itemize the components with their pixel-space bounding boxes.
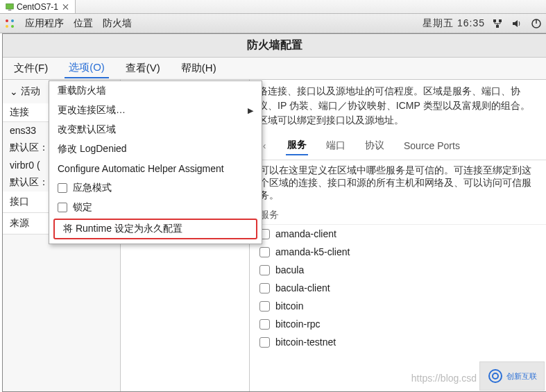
menu-change-default-zone[interactable]: 改变默认区域 — [49, 120, 262, 139]
services-column-header: 服务 — [250, 206, 546, 225]
services-list: amanda-clientamanda-k5-clientbaculabacul… — [250, 225, 546, 351]
svg-rect-0 — [6, 3, 14, 9]
topbar-places[interactable]: 位置 — [74, 17, 93, 30]
active-bindings-label: 活动 — [21, 85, 40, 98]
vm-tab-strip: CentOS7-1 — [0, 0, 546, 14]
service-label: bitcoin-rpc — [275, 318, 321, 330]
checkbox-icon[interactable] — [259, 337, 270, 348]
watermark: https://blog.csd — [411, 373, 477, 384]
menu-panic-label: 应急模式 — [73, 182, 112, 194]
service-label: amanda-client — [275, 228, 336, 239]
menu-panic-mode[interactable]: 应急模式 — [49, 178, 262, 198]
applications-icon[interactable] — [4, 18, 15, 29]
checkbox-icon[interactable] — [259, 247, 270, 257]
svg-point-2 — [6, 19, 8, 22]
service-label: amanda-k5-client — [275, 246, 350, 257]
vm-tab-label: CentOS7-1 — [17, 2, 58, 12]
service-row[interactable]: bitcoin — [250, 297, 546, 315]
checkbox-icon[interactable] — [259, 265, 270, 275]
menu-view[interactable]: 查看(V) — [121, 59, 164, 78]
menu-reload-firewall[interactable]: 重载防火墙 — [49, 81, 262, 101]
service-label: bacula — [275, 264, 304, 275]
checkbox-icon — [58, 203, 67, 212]
menu-help[interactable]: 帮助(H) — [177, 59, 221, 78]
menu-options[interactable]: 选项(O) — [65, 58, 109, 78]
svg-rect-7 — [499, 19, 502, 22]
zone-detail: 络连接、接口以及源地址的可信程度。区域是服务、端口、协议、IP 伪装、端口／协议… — [250, 80, 546, 391]
menu-lockdown[interactable]: 锁定 — [49, 198, 262, 217]
svg-rect-8 — [496, 25, 499, 28]
svg-point-3 — [11, 19, 14, 22]
tab-source-ports[interactable]: Source Ports — [402, 137, 461, 154]
checkbox-icon[interactable] — [259, 319, 270, 330]
topbar-clock: 星期五 16:35 — [423, 17, 485, 30]
vm-icon — [6, 3, 14, 11]
vm-tab-centos[interactable]: CentOS7-1 — [0, 0, 76, 13]
menu-file[interactable]: 文件(F) — [10, 59, 52, 78]
services-description: 可以在这里定义在区域中哪些服务是可信的。可连接至绑定到这个区域的连接、接口和源的… — [250, 160, 546, 206]
tab-ports[interactable]: 端口 — [325, 137, 347, 155]
service-label: bacula-client — [275, 282, 330, 293]
svg-point-4 — [6, 25, 8, 28]
window-title: 防火墙配置 — [3, 34, 546, 58]
checkbox-icon[interactable] — [259, 283, 270, 293]
service-row[interactable]: amanda-client — [250, 225, 546, 243]
checkbox-icon[interactable] — [259, 301, 270, 312]
volume-icon[interactable] — [511, 18, 522, 29]
logo-text: 创新互联 — [506, 371, 537, 382]
logo-icon — [487, 368, 504, 384]
svg-point-11 — [489, 370, 502, 382]
close-icon[interactable] — [62, 3, 69, 10]
tab-protocols[interactable]: 协议 — [364, 137, 386, 155]
menubar: 文件(F) 选项(O) 查看(V) 帮助(H) — [3, 58, 546, 80]
checkbox-icon — [58, 183, 67, 193]
gnome-top-bar: 应用程序 位置 防火墙 星期五 16:35 — [0, 14, 546, 33]
corner-logo: 创新互联 — [479, 361, 545, 391]
service-row[interactable]: bitcoin-testnet — [250, 333, 546, 351]
chevron-down-icon: ⌄ — [10, 86, 18, 97]
zone-tabs: ‹ 服务 端口 协议 Source Ports — [250, 132, 546, 160]
service-label: bitcoin — [275, 300, 303, 312]
tab-services[interactable]: 服务 — [286, 136, 308, 155]
menu-runtime-to-permanent[interactable]: 将 Runtime 设定为永久配置 — [53, 219, 257, 239]
service-label: bitcoin-testnet — [275, 336, 336, 348]
service-row[interactable]: amanda-k5-client — [250, 243, 546, 261]
svg-point-12 — [493, 373, 498, 379]
topbar-active-app[interactable]: 防火墙 — [103, 17, 132, 30]
menu-auto-helper[interactable]: Configure Automatic Helper Assigment — [49, 159, 262, 178]
menu-lockdown-label: 锁定 — [73, 201, 92, 214]
service-row[interactable]: bitcoin-rpc — [250, 315, 546, 333]
topbar-applications[interactable]: 应用程序 — [25, 17, 64, 30]
svg-rect-1 — [8, 9, 12, 10]
svg-rect-6 — [493, 19, 496, 22]
system-tray — [492, 18, 542, 29]
menu-modify-logdenied[interactable]: 修改 LogDenied — [49, 139, 262, 159]
zone-description: 络连接、接口以及源地址的可信程度。区域是服务、端口、协议、IP 伪装、端口／协议… — [250, 80, 546, 132]
network-icon[interactable] — [492, 18, 503, 29]
service-row[interactable]: bacula — [250, 261, 546, 279]
power-icon[interactable] — [531, 18, 542, 29]
options-dropdown: 重载防火墙 更改连接区域… 改变默认区域 修改 LogDenied Config… — [49, 80, 262, 244]
svg-point-5 — [11, 25, 14, 28]
menu-change-zone[interactable]: 更改连接区域… — [49, 101, 262, 120]
service-row[interactable]: bacula-client — [250, 279, 546, 297]
